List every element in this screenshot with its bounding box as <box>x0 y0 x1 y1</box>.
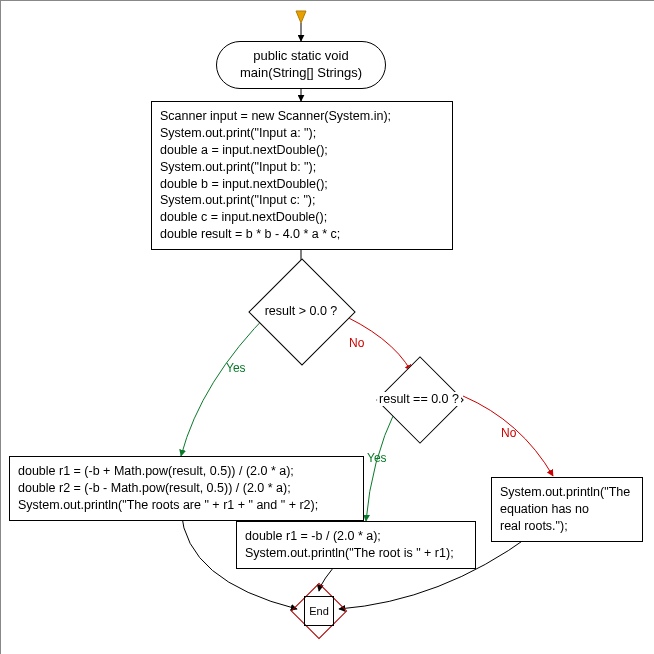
end-terminator: End <box>299 591 337 629</box>
init-process: Scanner input = new Scanner(System.in); … <box>151 101 453 250</box>
noroots-process: System.out.println("The equation has no … <box>491 477 643 542</box>
decision1-no-label: No <box>349 336 364 350</box>
flowchart-container: public static void main(String[] Strings… <box>0 0 654 654</box>
init-code: Scanner input = new Scanner(System.in); … <box>160 109 391 241</box>
oneroot-process: double r1 = -b / (2.0 * a); System.out.p… <box>236 521 476 569</box>
tworoots-code: double r1 = (-b + Math.pow(result, 0.5))… <box>18 464 318 512</box>
oneroot-code: double r1 = -b / (2.0 * a); System.out.p… <box>245 529 454 560</box>
start-terminator: public static void main(String[] Strings… <box>216 41 386 89</box>
decision-result-gt-zero: result > 0.0 ? <box>264 274 338 348</box>
tworoots-process: double r1 = (-b + Math.pow(result, 0.5))… <box>9 456 364 521</box>
decision2-no-label: No <box>501 426 516 440</box>
decision1-yes-label: Yes <box>226 361 246 375</box>
noroots-code: System.out.println("The equation has no … <box>500 485 630 533</box>
svg-marker-0 <box>296 11 306 23</box>
decision-result-eq-zero: result == 0.0 ? <box>389 369 449 429</box>
decision2-yes-label: Yes <box>367 451 387 465</box>
end-label: End <box>304 596 334 626</box>
decision2-label: result == 0.0 ? <box>377 392 461 406</box>
start-label: public static void main(String[] Strings… <box>240 48 362 80</box>
decision1-label: result > 0.0 ? <box>263 304 340 318</box>
